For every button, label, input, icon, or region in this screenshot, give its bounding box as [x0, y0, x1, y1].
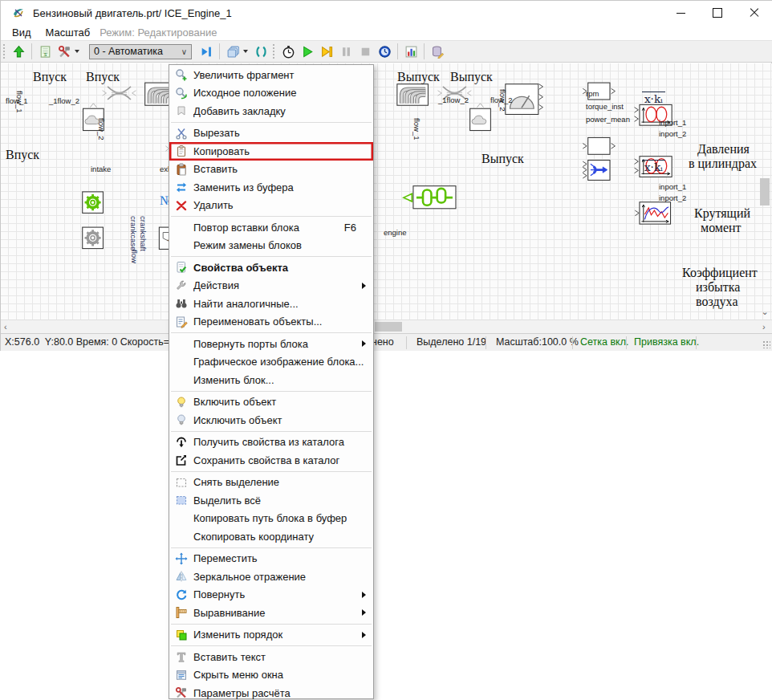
rotate-icon: [169, 588, 193, 601]
actions-icon: [169, 279, 193, 292]
menu-item[interactable]: Скопировать координату: [169, 527, 373, 546]
db-edit-icon: [431, 45, 445, 59]
menu-item[interactable]: Исходное положение: [169, 84, 373, 103]
menu-item[interactable]: Повернуть: [169, 586, 373, 604]
chevron-down-icon[interactable]: [75, 50, 79, 53]
menu-item[interactable]: Получить свойства из каталога: [169, 433, 373, 452]
menu-item[interactable]: Выделить всё: [169, 491, 373, 510]
menu-item[interactable]: Повернуть порты блока: [169, 335, 373, 353]
vertical-scroll-thumb[interactable]: [760, 178, 770, 206]
menu-item[interactable]: Включить объект: [169, 393, 373, 412]
submenu-arrow-icon: [362, 592, 366, 598]
step-button[interactable]: [317, 42, 336, 61]
close-button[interactable]: [736, 1, 772, 25]
menu-item[interactable]: Копировать: [169, 142, 373, 161]
diagram-canvas[interactable]: ВпускВпускВпускflow_1flow_1_1flow_2flow_…: [1, 63, 772, 319]
menu-view[interactable]: Вид: [9, 26, 35, 39]
menu-item[interactable]: Переместить: [169, 550, 373, 568]
scroll-right-arrow-icon[interactable]: ›: [762, 323, 766, 332]
svg-text:s: s: [43, 50, 47, 57]
scroll-down-arrow-icon[interactable]: ⌄: [760, 306, 770, 317]
menu-item[interactable]: Вставить текст: [169, 648, 373, 666]
nav-up-button[interactable]: [9, 42, 28, 61]
menu-item[interactable]: Действия: [169, 277, 373, 295]
canvas-label: Выпуск: [450, 70, 493, 84]
gain-block-2[interactable]: [583, 137, 615, 154]
exhaust-atmosphere-block[interactable]: [470, 104, 491, 131]
db-edit-button[interactable]: [428, 42, 447, 61]
menu-item[interactable]: Добавить закладку: [169, 102, 373, 120]
script-button[interactable]: s: [35, 42, 55, 61]
run-button[interactable]: [298, 42, 317, 61]
status-zoom-level: Масштаб:100.0 %: [496, 336, 579, 348]
menu-item[interactable]: Изменить порядок: [169, 626, 373, 645]
app-window: Бензиновый двигатель.prt/ ICE_Engine_1 В…: [0, 0, 772, 351]
mux-block[interactable]: [583, 161, 610, 181]
stopwatch-button[interactable]: [278, 42, 298, 61]
brackets-button[interactable]: [251, 42, 270, 61]
menu-item[interactable]: Вставить: [169, 161, 373, 179]
exhaust-manifold-block[interactable]: [397, 84, 429, 106]
sim-speed-button[interactable]: [375, 42, 394, 61]
tools-icon: [58, 45, 71, 59]
scroll-left-arrow-icon[interactable]: ‹: [4, 323, 7, 332]
stop-button[interactable]: [356, 42, 375, 61]
canvas-label: избытка: [696, 280, 740, 295]
gear-gray-block[interactable]: [83, 227, 104, 249]
chart-button[interactable]: [401, 42, 421, 61]
horizontal-scroll-thumb[interactable]: [375, 322, 402, 332]
menu-item[interactable]: Зеркальное отражение: [169, 568, 373, 586]
chevron-down-icon[interactable]: ∨: [181, 47, 187, 56]
menu-item-label: Вставить текст: [193, 651, 369, 663]
menu-item[interactable]: Удалить: [169, 197, 373, 215]
maximize-button[interactable]: [699, 1, 736, 25]
mode-combobox[interactable]: 0 - Автоматика∨: [89, 44, 192, 59]
menu-item[interactable]: Вырезать: [169, 124, 373, 143]
menu-item[interactable]: Режим замены блоков: [169, 237, 373, 255]
menu-item-label: Зеркальное отражение: [193, 571, 369, 583]
menu-item[interactable]: Копировать путь блока в буфер: [169, 510, 373, 528]
menu-item[interactable]: Изменить блок...: [169, 371, 373, 389]
rename-icon: [169, 315, 193, 328]
menu-separator: [171, 216, 372, 217]
menu-scale[interactable]: Масштаб: [43, 26, 94, 39]
bulb-on-icon: [169, 396, 193, 409]
pause-button[interactable]: [336, 42, 356, 61]
gear-green-block[interactable]: [83, 192, 104, 214]
canvas-label: flow_2: [97, 118, 106, 140]
snap-toggle[interactable]: Привязка вкл.: [634, 336, 699, 348]
nav-up-icon: [12, 45, 26, 59]
menu-separator: [171, 332, 372, 333]
engine-block[interactable]: [404, 186, 456, 209]
menu-item[interactable]: Переименовать объекты...: [169, 313, 373, 332]
menu-item[interactable]: Графическое изображение блока...: [169, 353, 373, 372]
menu-item[interactable]: Увеличить фрагмент: [169, 66, 373, 84]
throttle-intake-block[interactable]: [103, 87, 136, 100]
grid-toggle[interactable]: Сетка вкл.: [580, 336, 628, 348]
menu-item[interactable]: Выравнивание: [169, 604, 373, 622]
menu-item[interactable]: Сохранить свойства в каталог: [169, 451, 373, 470]
status-divider: [572, 336, 573, 349]
menu-item[interactable]: Повтор вставки блокаF6: [169, 218, 373, 237]
menu-item[interactable]: Найти аналогичные...: [169, 295, 373, 313]
toolbar-grip[interactable]: [272, 43, 276, 59]
resize-grip[interactable]: [762, 340, 770, 348]
menu-item[interactable]: Снять выделение: [169, 474, 373, 492]
menu-item[interactable]: Исключить объект: [169, 411, 373, 429]
menu-item[interactable]: Заменить из буфера: [169, 178, 373, 197]
menu-item[interactable]: Параметры расчёта: [169, 684, 373, 700]
menu-item-label: Изменить блок...: [193, 374, 369, 386]
lambda-plot-block[interactable]: [635, 202, 670, 224]
block-insert-button[interactable]: [197, 42, 216, 61]
toolbar-grip[interactable]: [2, 43, 6, 59]
menu-item-label: Параметры расчёта: [193, 687, 369, 699]
layers-button[interactable]: [223, 42, 242, 61]
minimize-button[interactable]: [662, 1, 699, 25]
menu-item[interactable]: Свойства объекта: [169, 258, 373, 277]
window-title: Бензиновый двигатель.prt/ ICE_Engine_1: [33, 7, 232, 19]
menu-item[interactable]: Скрыть меню окна: [169, 666, 373, 685]
chevron-down-icon[interactable]: [243, 50, 248, 53]
status-divider: [486, 336, 486, 349]
horizontal-scrollbar[interactable]: ‹ ›: [1, 319, 772, 333]
tools-button[interactable]: [55, 42, 74, 61]
